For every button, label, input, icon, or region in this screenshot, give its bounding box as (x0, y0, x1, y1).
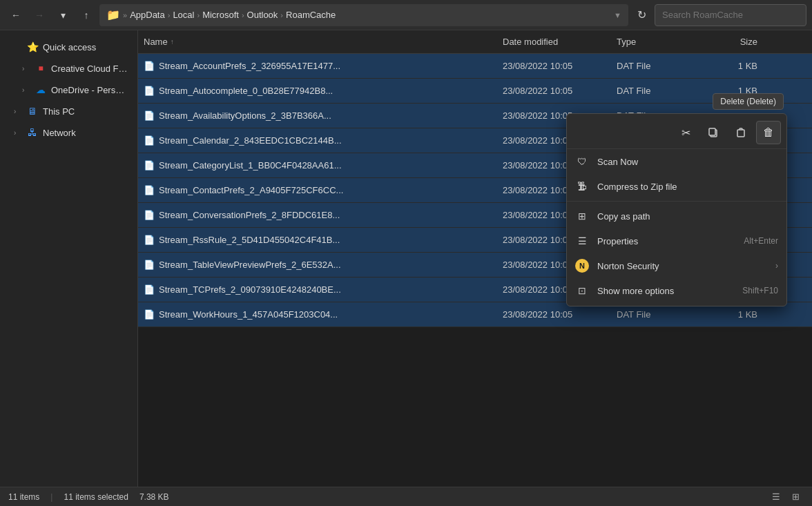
col-name-label: Name (144, 37, 168, 47)
file-name: Stream_RssRule_2_5D41D455042C4F41B... (159, 235, 340, 245)
file-date-cell: 23/08/2022 10:05 (497, 309, 611, 320)
ctx-item-label-norton: Norton Security (597, 261, 767, 271)
ctx-item-compress[interactable]: 🗜 Compress to Zip file (567, 174, 786, 199)
copy_path-icon: ⊞ (575, 209, 589, 223)
file-area: Name ↑ Date modified Type Size 📄 Stream_… (138, 30, 812, 487)
expand-arrow-onedrive: › (22, 86, 30, 94)
sidebar-item-creative-cloud[interactable]: › ■ Creative Cloud Files (3, 58, 135, 79)
sidebar-pc-label: This PC (43, 106, 75, 117)
breadcrumb-sep4: › (280, 11, 283, 19)
sidebar-item-this-pc[interactable]: › 🖥 This PC (3, 101, 135, 121)
file-type-cell: DAT File (611, 309, 701, 320)
ctx-item-scan_now[interactable]: 🛡 Scan Now (567, 149, 786, 174)
compress-icon: 🗜 (575, 179, 589, 193)
file-name: Stream_ConversationPrefs_2_8FDDC61E8... (159, 210, 340, 220)
file-name: Stream_Calendar_2_843EEDC1CBC2144B... (159, 135, 342, 146)
file-date-cell: 23/08/2022 10:05 (497, 61, 611, 71)
column-headers: Name ↑ Date modified Type Size (138, 30, 812, 54)
file-name-cell: 📄 Stream_Calendar_2_843EEDC1CBC2144B... (138, 135, 497, 146)
col-type-header[interactable]: Type (611, 30, 701, 54)
status-selected: 11 items selected (64, 492, 128, 502)
nav-bar: ← → ▾ ↑ 📁 » AppData › Local › Microsoft … (0, 0, 812, 30)
file-icon: 📄 (144, 135, 155, 146)
back-button[interactable]: ← (6, 5, 26, 26)
col-size-label: Size (740, 37, 757, 47)
ctx-paste-button[interactable] (728, 121, 753, 144)
refresh-button[interactable]: ↻ (631, 5, 652, 26)
ctx-item-properties[interactable]: ☰ Properties Alt+Enter (567, 228, 786, 253)
more_options-icon: ⊡ (575, 284, 589, 298)
view-list-button[interactable]: ☰ (768, 489, 784, 505)
breadcrumb-appdata[interactable]: AppData (130, 10, 165, 20)
breadcrumb-outlook[interactable]: Outlook (247, 10, 278, 20)
file-name: Stream_TCPrefs_2_09073910E4248240BE... (159, 284, 341, 295)
ctx-shortcut-more_options: Shift+F10 (742, 286, 778, 295)
ctx-item-more_options[interactable]: ⊡ Show more options Shift+F10 (567, 278, 786, 303)
file-date-cell: 23/08/2022 10:05 (497, 86, 611, 96)
sidebar-item-label: Quick access (43, 42, 96, 52)
ctx-item-copy_path[interactable]: ⊞ Copy as path (567, 204, 786, 228)
file-name-cell: 📄 Stream_Autocomplete_0_0B28E77942B8... (138, 86, 497, 96)
breadcrumb-icon: 📁 (106, 8, 120, 21)
status-item-count: 11 items (8, 492, 39, 502)
view-grid-button[interactable]: ⊞ (787, 489, 804, 505)
breadcrumb-sep0: » (123, 11, 127, 19)
breadcrumb[interactable]: 📁 » AppData › Local › Microsoft › Outloo… (99, 4, 628, 26)
ctx-item-label-scan_now: Scan Now (597, 157, 778, 167)
file-name: Stream_CategoryList_1_BB0C4F0428AA61... (159, 160, 342, 171)
file-icon: 📄 (144, 210, 155, 220)
col-size-header[interactable]: Size (701, 30, 763, 54)
delete-tooltip: Delete (Delete) (713, 93, 784, 110)
file-size-cell: 1 KB (701, 61, 763, 71)
file-name-cell: 📄 Stream_AvailabilityOptions_2_3B7B366A.… (138, 110, 497, 121)
sidebar: ⭐ Quick access › ■ Creative Cloud Files … (0, 30, 138, 487)
file-icon: 📄 (144, 185, 155, 195)
search-input[interactable] (655, 4, 806, 26)
ctx-item-label-compress: Compress to Zip file (597, 182, 778, 192)
sidebar-network-label: Network (43, 128, 76, 138)
file-name-cell: 📄 Stream_AccountPrefs_2_326955A17E1477..… (138, 61, 497, 71)
forward-button[interactable]: → (29, 5, 50, 26)
file-name: Stream_Autocomplete_0_0B28E77942B8... (159, 86, 333, 96)
ctx-shortcut-properties: Alt+Enter (744, 236, 778, 246)
col-date-header[interactable]: Date modified (497, 30, 611, 54)
file-icon: 📄 (144, 86, 155, 96)
sidebar-item-quick-access[interactable]: ⭐ Quick access (3, 37, 135, 57)
ctx-item-norton[interactable]: N Norton Security › (567, 253, 786, 278)
sidebar-item-network[interactable]: › 🖧 Network (3, 122, 135, 143)
file-icon: 📄 (144, 235, 155, 245)
breadcrumb-dropdown-icon[interactable]: ▼ (614, 11, 621, 19)
main-layout: ⭐ Quick access › ■ Creative Cloud Files … (0, 30, 812, 487)
status-size: 7.38 KB (139, 492, 169, 502)
expand-arrow-pc: › (14, 108, 22, 115)
svg-rect-1 (709, 128, 715, 135)
network-icon: 🖧 (26, 126, 39, 139)
breadcrumb-local[interactable]: Local (173, 10, 194, 20)
col-name-header[interactable]: Name ↑ (138, 30, 497, 54)
table-row[interactable]: 📄 Stream_Autocomplete_0_0B28E77942B8... … (138, 79, 812, 104)
ctx-item-label-properties: Properties (597, 236, 735, 246)
col-date-label: Date modified (503, 37, 558, 47)
ctx-copy-button[interactable] (701, 121, 726, 144)
status-right: ☰ ⊞ (768, 489, 804, 505)
breadcrumb-microsoft[interactable]: Microsoft (202, 10, 239, 20)
ctx-item-label-copy_path: Copy as path (597, 211, 778, 222)
norton-icon: N (575, 259, 589, 273)
file-name-cell: 📄 Stream_TableViewPreviewPrefs_2_6E532A.… (138, 260, 497, 270)
expand-arrow-cc: › (22, 65, 30, 72)
expand-button[interactable]: ▾ (52, 5, 73, 26)
breadcrumb-sep2: › (197, 11, 200, 19)
file-name-cell: 📄 Stream_CategoryList_1_BB0C4F0428AA61..… (138, 160, 497, 171)
sidebar-item-onedrive[interactable]: › ☁ OneDrive - Personal (3, 79, 135, 100)
ctx-cut-button[interactable]: ✂ (673, 121, 698, 144)
up-button[interactable]: ↑ (76, 5, 97, 26)
file-type-cell: DAT File (611, 61, 701, 71)
file-type-cell: DAT File (611, 86, 701, 96)
ctx-delete-button[interactable]: 🗑 (756, 121, 781, 144)
file-icon: 📄 (144, 284, 155, 295)
breadcrumb-sep1: › (168, 11, 171, 19)
breadcrumb-roamcache[interactable]: RoamCache (286, 10, 336, 20)
table-row[interactable]: 📄 Stream_AccountPrefs_2_326955A17E1477..… (138, 54, 812, 79)
sidebar-cc-label: Creative Cloud Files (51, 64, 129, 74)
context-menu: Delete (Delete) ✂ 🗑 🛡 (566, 113, 787, 306)
